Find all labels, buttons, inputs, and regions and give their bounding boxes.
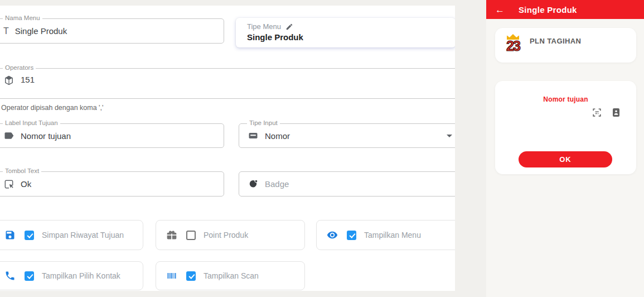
title-icon: T bbox=[3, 27, 9, 36]
toggle-simpan-riwayat-tujuan[interactable]: Simpan Riwayat Tujuan bbox=[0, 220, 143, 250]
preview-title: Single Produk bbox=[519, 5, 577, 15]
operators-field[interactable]: Operators 151 bbox=[0, 68, 455, 99]
menu-editor-panel: Nama Menu T Single Produk Tipe Menu Sing… bbox=[0, 6, 455, 291]
checkbox[interactable] bbox=[347, 231, 356, 240]
checkbox[interactable] bbox=[25, 231, 34, 240]
product-logo: 23 bbox=[502, 33, 524, 58]
phone-preview-panel: ← Single Produk 23 PLN TAGIHAN Nomor tuj… bbox=[486, 0, 644, 297]
contacts-icon[interactable] bbox=[611, 107, 621, 118]
chevron-down-icon[interactable] bbox=[447, 135, 452, 137]
preview-app-bar: ← Single Produk bbox=[486, 0, 644, 19]
tipe-menu-value: Single Produk bbox=[247, 32, 455, 42]
product-card[interactable]: 23 PLN TAGIHAN bbox=[495, 28, 636, 63]
nama-menu-label: Nama Menu bbox=[3, 15, 42, 21]
tipe-menu-card[interactable]: Tipe Menu Single Produk bbox=[236, 18, 455, 47]
operators-helper-text: Operator dipisah dengan koma ',' bbox=[1, 104, 103, 112]
product-name: PLN TAGIHAN bbox=[530, 37, 581, 45]
tipe-input-select[interactable]: Tipe Input Nomor bbox=[239, 123, 455, 148]
tombol-text-field[interactable]: Tombol Text Ok bbox=[0, 171, 224, 197]
tombol-text-value: Ok bbox=[21, 179, 31, 189]
toggle-label: Tampilkan Menu bbox=[364, 231, 421, 239]
badge-icon bbox=[248, 179, 259, 190]
toggle-tampilkan-menu[interactable]: Tampilkan Menu bbox=[316, 220, 455, 250]
logo-number: 23 bbox=[502, 38, 524, 54]
badge-field[interactable]: Badge bbox=[239, 171, 455, 197]
pencil-icon[interactable] bbox=[285, 23, 293, 31]
nama-menu-field[interactable]: Nama Menu T Single Produk bbox=[0, 18, 224, 44]
package-icon bbox=[3, 75, 14, 86]
checkbox[interactable] bbox=[186, 271, 196, 281]
toggle-label: Tampilkan Scan bbox=[204, 271, 259, 280]
tipe-input-value: Nomor bbox=[265, 131, 290, 141]
touch-icon bbox=[3, 179, 14, 190]
ok-button[interactable]: OK bbox=[519, 151, 612, 167]
barcode-icon bbox=[166, 270, 177, 281]
destination-label: Nomor tujuan bbox=[495, 95, 636, 103]
toggle-label: Point Produk bbox=[204, 231, 248, 239]
nama-menu-value: Single Produk bbox=[15, 26, 67, 36]
tombol-text-label: Tombol Text bbox=[3, 167, 41, 174]
checkbox[interactable] bbox=[186, 231, 196, 240]
label-input-tujuan-value: Nomor tujuan bbox=[21, 131, 71, 141]
back-arrow-icon[interactable]: ← bbox=[495, 5, 505, 15]
badge-placeholder: Badge bbox=[265, 179, 289, 189]
input-card-icon bbox=[248, 130, 259, 141]
destination-input-card: Nomor tujuan OK bbox=[495, 81, 636, 174]
phone-icon bbox=[4, 270, 16, 281]
label-input-tujuan-field[interactable]: Label Input Tujuan Nomor tujuan bbox=[0, 123, 224, 148]
operators-value: 151 bbox=[21, 75, 35, 84]
tipe-menu-label: Tipe Menu bbox=[247, 22, 281, 31]
toggle-tampilkan-pilih-kontak[interactable]: Tampilkan Pilih Kontak bbox=[0, 261, 143, 290]
toggle-point-produk[interactable]: Point Produk bbox=[156, 220, 305, 250]
toggle-tampilkan-scan[interactable]: Tampilkan Scan bbox=[156, 261, 305, 290]
checkbox[interactable] bbox=[25, 271, 34, 281]
gift-icon bbox=[166, 229, 177, 241]
toggle-label: Simpan Riwayat Tujuan bbox=[42, 231, 124, 239]
tag-icon bbox=[3, 130, 14, 141]
operators-label: Operators bbox=[3, 64, 36, 71]
eye-icon bbox=[327, 229, 338, 241]
tipe-input-label: Tipe Input bbox=[247, 119, 280, 126]
qr-scanner-icon[interactable] bbox=[592, 107, 602, 118]
toggle-label: Tampilkan Pilih Kontak bbox=[42, 271, 120, 280]
save-icon bbox=[4, 229, 16, 241]
label-input-tujuan-label: Label Input Tujuan bbox=[3, 119, 60, 126]
